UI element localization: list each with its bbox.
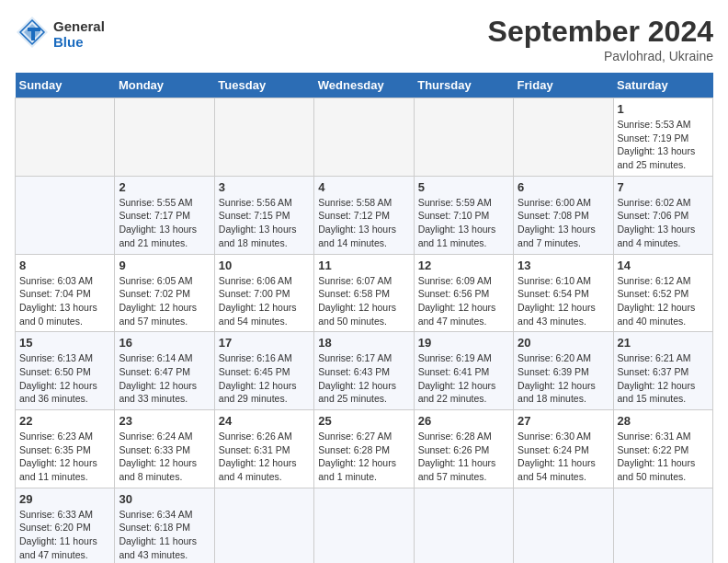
day-info: Sunrise: 6:00 AMSunset: 7:08 PMDaylight:… — [518, 196, 609, 250]
location: Pavlohrad, Ukraine — [488, 49, 713, 63]
day-number: 6 — [518, 180, 609, 194]
day-number: 18 — [318, 336, 409, 350]
day-number: 19 — [418, 336, 509, 350]
calendar-cell — [613, 488, 712, 563]
col-header-saturday: Saturday — [613, 73, 712, 98]
day-info: Sunrise: 6:27 AMSunset: 6:28 PMDaylight:… — [318, 430, 409, 484]
day-info: Sunrise: 6:03 AMSunset: 7:04 PMDaylight:… — [19, 274, 110, 328]
day-number: 28 — [618, 414, 709, 428]
calendar-cell: 9Sunrise: 6:05 AMSunset: 7:02 PMDaylight… — [115, 254, 214, 332]
col-header-thursday: Thursday — [414, 73, 513, 98]
day-info: Sunrise: 6:20 AMSunset: 6:39 PMDaylight:… — [518, 351, 609, 406]
calendar-cell: 3Sunrise: 5:56 AMSunset: 7:15 PMDaylight… — [214, 176, 313, 254]
day-info: Sunrise: 6:23 AMSunset: 6:35 PMDaylight:… — [19, 430, 110, 484]
day-info: Sunrise: 6:19 AMSunset: 6:41 PMDaylight:… — [418, 351, 509, 406]
calendar-cell: 8Sunrise: 6:03 AMSunset: 7:04 PMDaylight… — [16, 254, 115, 332]
day-number: 11 — [318, 259, 409, 272]
day-number: 7 — [618, 180, 709, 194]
day-number: 14 — [618, 259, 709, 272]
calendar-cell: 4Sunrise: 5:58 AMSunset: 7:12 PMDaylight… — [314, 176, 414, 254]
day-number: 23 — [119, 414, 210, 428]
calendar-week-6: 29Sunrise: 6:33 AMSunset: 6:20 PMDayligh… — [16, 488, 713, 563]
day-info: Sunrise: 6:34 AMSunset: 6:18 PMDaylight:… — [119, 508, 210, 562]
calendar-cell: 26Sunrise: 6:28 AMSunset: 6:26 PMDayligh… — [414, 410, 513, 488]
day-info: Sunrise: 6:26 AMSunset: 6:31 PMDaylight:… — [219, 430, 310, 484]
calendar-cell — [414, 98, 513, 177]
day-info: Sunrise: 6:28 AMSunset: 6:26 PMDaylight:… — [418, 430, 509, 484]
calendar-cell: 12Sunrise: 6:09 AMSunset: 6:56 PMDayligh… — [414, 254, 513, 332]
calendar-table: SundayMondayTuesdayWednesdayThursdayFrid… — [15, 73, 713, 563]
calendar-cell — [514, 488, 613, 563]
day-number: 16 — [119, 336, 210, 350]
day-info: Sunrise: 5:53 AMSunset: 7:19 PMDaylight:… — [618, 118, 709, 172]
day-number: 26 — [418, 414, 509, 428]
calendar-cell: 19Sunrise: 6:19 AMSunset: 6:41 PMDayligh… — [414, 332, 513, 410]
calendar-cell: 20Sunrise: 6:20 AMSunset: 6:39 PMDayligh… — [514, 332, 613, 410]
calendar-cell: 10Sunrise: 6:06 AMSunset: 7:00 PMDayligh… — [214, 254, 313, 332]
day-info: Sunrise: 6:24 AMSunset: 6:33 PMDaylight:… — [119, 430, 210, 484]
day-info: Sunrise: 6:12 AMSunset: 6:52 PMDaylight:… — [618, 274, 709, 328]
calendar-cell: 11Sunrise: 6:07 AMSunset: 6:58 PMDayligh… — [314, 254, 414, 332]
day-number: 9 — [119, 259, 210, 272]
calendar-cell: 2Sunrise: 5:55 AMSunset: 7:17 PMDaylight… — [115, 176, 214, 254]
day-number: 30 — [119, 492, 210, 506]
col-header-friday: Friday — [514, 73, 613, 98]
day-number: 1 — [618, 102, 709, 116]
day-number: 13 — [518, 259, 609, 272]
day-number: 5 — [418, 180, 509, 194]
calendar-cell — [314, 488, 414, 563]
calendar-cell: 7Sunrise: 6:02 AMSunset: 7:06 PMDaylight… — [613, 176, 712, 254]
calendar-cell: 30Sunrise: 6:34 AMSunset: 6:18 PMDayligh… — [115, 488, 214, 563]
day-info: Sunrise: 6:17 AMSunset: 6:43 PMDaylight:… — [318, 351, 409, 406]
day-info: Sunrise: 6:30 AMSunset: 6:24 PMDaylight:… — [518, 430, 609, 484]
day-info: Sunrise: 6:21 AMSunset: 6:37 PMDaylight:… — [618, 351, 709, 406]
day-info: Sunrise: 6:33 AMSunset: 6:20 PMDaylight:… — [19, 508, 110, 562]
day-number: 21 — [618, 336, 709, 350]
calendar-cell: 27Sunrise: 6:30 AMSunset: 6:24 PMDayligh… — [514, 410, 613, 488]
calendar-week-4: 15Sunrise: 6:13 AMSunset: 6:50 PMDayligh… — [16, 332, 713, 410]
day-number: 17 — [219, 336, 310, 350]
calendar-cell: 15Sunrise: 6:13 AMSunset: 6:50 PMDayligh… — [16, 332, 115, 410]
day-info: Sunrise: 6:13 AMSunset: 6:50 PMDaylight:… — [19, 351, 110, 406]
page-header: General Blue September 2024 Pavlohrad, U… — [15, 15, 713, 63]
day-info: Sunrise: 6:09 AMSunset: 6:56 PMDaylight:… — [418, 274, 509, 328]
calendar-cell: 6Sunrise: 6:00 AMSunset: 7:08 PMDaylight… — [514, 176, 613, 254]
day-number: 4 — [318, 180, 409, 194]
day-number: 2 — [119, 180, 210, 194]
day-info: Sunrise: 6:07 AMSunset: 6:58 PMDaylight:… — [318, 274, 409, 328]
day-info: Sunrise: 6:10 AMSunset: 6:54 PMDaylight:… — [518, 274, 609, 328]
day-info: Sunrise: 6:16 AMSunset: 6:45 PMDaylight:… — [219, 351, 310, 406]
calendar-header-row: SundayMondayTuesdayWednesdayThursdayFrid… — [16, 73, 713, 98]
month-title: September 2024 — [488, 15, 713, 49]
calendar-cell: 23Sunrise: 6:24 AMSunset: 6:33 PMDayligh… — [115, 410, 214, 488]
calendar-cell: 14Sunrise: 6:12 AMSunset: 6:52 PMDayligh… — [613, 254, 712, 332]
logo-general: General — [53, 18, 105, 34]
col-header-wednesday: Wednesday — [314, 73, 414, 98]
day-info: Sunrise: 6:14 AMSunset: 6:47 PMDaylight:… — [119, 351, 210, 406]
calendar-cell — [214, 98, 313, 177]
day-number: 20 — [518, 336, 609, 350]
calendar-cell: 1Sunrise: 5:53 AMSunset: 7:19 PMDaylight… — [613, 98, 712, 177]
calendar-cell: 13Sunrise: 6:10 AMSunset: 6:54 PMDayligh… — [514, 254, 613, 332]
calendar-cell: 21Sunrise: 6:21 AMSunset: 6:37 PMDayligh… — [613, 332, 712, 410]
calendar-cell: 24Sunrise: 6:26 AMSunset: 6:31 PMDayligh… — [214, 410, 313, 488]
calendar-cell: 25Sunrise: 6:27 AMSunset: 6:28 PMDayligh… — [314, 410, 414, 488]
day-number: 12 — [418, 259, 509, 272]
calendar-cell: 16Sunrise: 6:14 AMSunset: 6:47 PMDayligh… — [115, 332, 214, 410]
calendar-cell: 5Sunrise: 5:59 AMSunset: 7:10 PMDaylight… — [414, 176, 513, 254]
title-block: September 2024 Pavlohrad, Ukraine — [488, 15, 713, 63]
calendar-cell — [115, 98, 214, 177]
day-number: 25 — [318, 414, 409, 428]
day-info: Sunrise: 5:59 AMSunset: 7:10 PMDaylight:… — [418, 196, 509, 250]
calendar-cell: 17Sunrise: 6:16 AMSunset: 6:45 PMDayligh… — [214, 332, 313, 410]
day-info: Sunrise: 5:55 AMSunset: 7:17 PMDaylight:… — [119, 196, 210, 250]
col-header-monday: Monday — [115, 73, 214, 98]
day-info: Sunrise: 6:31 AMSunset: 6:22 PMDaylight:… — [618, 430, 709, 484]
calendar-week-1: 1Sunrise: 5:53 AMSunset: 7:19 PMDaylight… — [16, 98, 713, 177]
col-header-sunday: Sunday — [16, 73, 115, 98]
day-info: Sunrise: 6:06 AMSunset: 7:00 PMDaylight:… — [219, 274, 310, 328]
calendar-cell — [414, 488, 513, 563]
day-number: 8 — [19, 259, 110, 272]
day-info: Sunrise: 6:02 AMSunset: 7:06 PMDaylight:… — [618, 196, 709, 250]
calendar-cell: 28Sunrise: 6:31 AMSunset: 6:22 PMDayligh… — [613, 410, 712, 488]
